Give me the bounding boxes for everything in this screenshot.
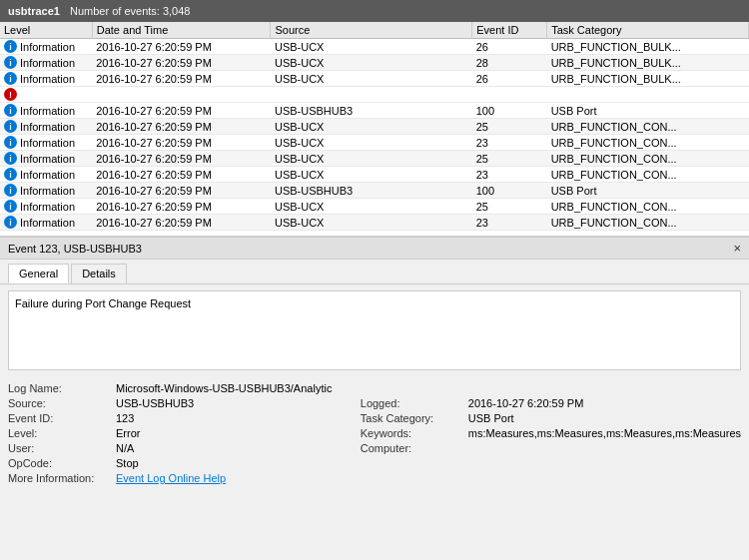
cell-datetime: 2016-10-27 6:20:59 PM: [92, 151, 271, 167]
opcode-label: OpCode:: [8, 457, 108, 469]
cell-source: USB-UCX: [271, 167, 472, 183]
table-row[interactable]: iInformation2016-10-27 6:20:59 PMUSB-USB…: [0, 183, 749, 199]
cell-level: iInformation: [0, 215, 92, 231]
cell-level: iInformation: [0, 71, 92, 87]
detail-header: Event 123, USB-USBHUB3 ×: [0, 238, 749, 260]
level-label: Level:: [8, 427, 108, 439]
cell-level: iInformation: [0, 103, 92, 119]
table-row[interactable]: iInformation2016-10-27 6:20:59 PMUSB-UCX…: [0, 199, 749, 215]
level-value: Error: [116, 427, 353, 439]
info-icon: i: [4, 40, 17, 53]
col-header-source[interactable]: Source: [271, 22, 472, 39]
cell-eventid: 26: [472, 71, 547, 87]
event-table-container[interactable]: Level Date and Time Source Event ID Task…: [0, 22, 749, 237]
cell-taskcategory: USB Port: [547, 87, 749, 103]
user-label: User:: [8, 442, 108, 454]
logged-value: 2016-10-27 6:20:59 PM: [468, 397, 741, 409]
col-header-level[interactable]: Level: [0, 22, 92, 39]
cell-source: USB-UCX: [271, 71, 472, 87]
cell-eventid: 28: [472, 55, 547, 71]
logged-label: Logged:: [361, 397, 460, 409]
col-header-taskcategory[interactable]: Task Category: [547, 22, 749, 39]
info-icon: i: [4, 152, 17, 165]
cell-source: USB-USBHUB3: [271, 87, 472, 103]
cell-source: USB-USBHUB3: [271, 103, 472, 119]
cell-level: iInformation: [0, 135, 92, 151]
cell-datetime: 2016-10-27 6:20:59 PM: [92, 87, 271, 103]
error-icon: !: [4, 88, 17, 101]
cell-datetime: 2016-10-27 6:20:59 PM: [92, 39, 271, 55]
close-button[interactable]: ×: [733, 242, 741, 255]
cell-eventid: 100: [472, 183, 547, 199]
title-bar: usbtrace1 Number of events: 3,048: [0, 0, 749, 22]
cell-datetime: 2016-10-27 6:20:59 PM: [92, 119, 271, 135]
table-row[interactable]: iInformation2016-10-27 6:20:59 PMUSB-UCX…: [0, 71, 749, 87]
detail-message: Failure during Port Change Request: [15, 297, 191, 309]
info-icon: i: [4, 56, 17, 69]
cell-level: iInformation: [0, 167, 92, 183]
info-icon: i: [4, 120, 17, 133]
table-row[interactable]: !Error2016-10-27 6:20:59 PMUSB-USBHUB312…: [0, 87, 749, 103]
cell-level: iInformation: [0, 151, 92, 167]
info-icon: i: [4, 200, 17, 213]
cell-taskcategory: URB_FUNCTION_CON...: [547, 167, 749, 183]
info-icon: i: [4, 136, 17, 149]
detail-panel: Event 123, USB-USBHUB3 × General Details…: [0, 237, 749, 490]
task-category-label: Task Category:: [361, 412, 460, 424]
opcode-value: Stop: [116, 457, 353, 469]
cell-taskcategory: URB_FUNCTION_BULK...: [547, 39, 749, 55]
cell-source: USB-UCX: [271, 119, 472, 135]
title-bar-title: usbtrace1: [8, 5, 60, 17]
cell-eventid: 23: [472, 215, 547, 231]
cell-taskcategory: URB_FUNCTION_BULK...: [547, 71, 749, 87]
source-value: USB-USBHUB3: [116, 397, 353, 409]
cell-datetime: 2016-10-27 6:20:59 PM: [92, 103, 271, 119]
cell-level: iInformation: [0, 183, 92, 199]
cell-eventid: 123: [472, 87, 547, 103]
cell-eventid: 26: [472, 39, 547, 55]
cell-level: iInformation: [0, 199, 92, 215]
info-icon: i: [4, 168, 17, 181]
cell-datetime: 2016-10-27 6:20:59 PM: [92, 55, 271, 71]
table-row[interactable]: iInformation2016-10-27 6:20:59 PMUSB-UCX…: [0, 215, 749, 231]
detail-meta: Log Name: Microsoft-Windows-USB-USBHUB3/…: [0, 376, 749, 490]
cell-datetime: 2016-10-27 6:20:59 PM: [92, 167, 271, 183]
cell-datetime: 2016-10-27 6:20:59 PM: [92, 215, 271, 231]
cell-level: iInformation: [0, 39, 92, 55]
cell-level: iInformation: [0, 55, 92, 71]
more-info-link[interactable]: Event Log Online Help: [116, 472, 353, 484]
source-label: Source:: [8, 397, 108, 409]
table-row[interactable]: iInformation2016-10-27 6:20:59 PMUSB-UCX…: [0, 135, 749, 151]
cell-eventid: 100: [472, 103, 547, 119]
table-header-row: Level Date and Time Source Event ID Task…: [0, 22, 749, 39]
cell-taskcategory: URB_FUNCTION_CON...: [547, 135, 749, 151]
table-row[interactable]: iInformation2016-10-27 6:20:59 PMUSB-UCX…: [0, 39, 749, 55]
tab-general[interactable]: General: [8, 264, 69, 283]
detail-message-box: Failure during Port Change Request: [8, 290, 741, 370]
cell-taskcategory: URB_FUNCTION_CON...: [547, 151, 749, 167]
col-header-datetime[interactable]: Date and Time: [92, 22, 271, 39]
cell-source: USB-UCX: [271, 199, 472, 215]
cell-source: USB-USBHUB3: [271, 183, 472, 199]
log-name-label: Log Name:: [8, 382, 108, 394]
table-row[interactable]: iInformation2016-10-27 6:20:59 PMUSB-UCX…: [0, 119, 749, 135]
cell-datetime: 2016-10-27 6:20:59 PM: [92, 135, 271, 151]
info-icon: i: [4, 216, 17, 229]
cell-taskcategory: URB_FUNCTION_BULK...: [547, 55, 749, 71]
info-icon: i: [4, 72, 17, 85]
keywords-label: Keywords:: [361, 427, 460, 439]
task-category-value: USB Port: [468, 412, 741, 424]
table-row[interactable]: iInformation2016-10-27 6:20:59 PMUSB-UCX…: [0, 167, 749, 183]
cell-taskcategory: USB Port: [547, 183, 749, 199]
cell-eventid: 23: [472, 135, 547, 151]
table-row[interactable]: iInformation2016-10-27 6:20:59 PMUSB-USB…: [0, 103, 749, 119]
cell-taskcategory: URB_FUNCTION_CON...: [547, 119, 749, 135]
tab-details[interactable]: Details: [71, 264, 127, 283]
col-header-eventid[interactable]: Event ID: [472, 22, 547, 39]
cell-eventid: 23: [472, 167, 547, 183]
table-row[interactable]: iInformation2016-10-27 6:20:59 PMUSB-UCX…: [0, 55, 749, 71]
user-value: N/A: [116, 442, 353, 454]
more-info-label: More Information:: [8, 472, 108, 484]
computer-label: Computer:: [361, 442, 460, 454]
table-row[interactable]: iInformation2016-10-27 6:20:59 PMUSB-UCX…: [0, 151, 749, 167]
